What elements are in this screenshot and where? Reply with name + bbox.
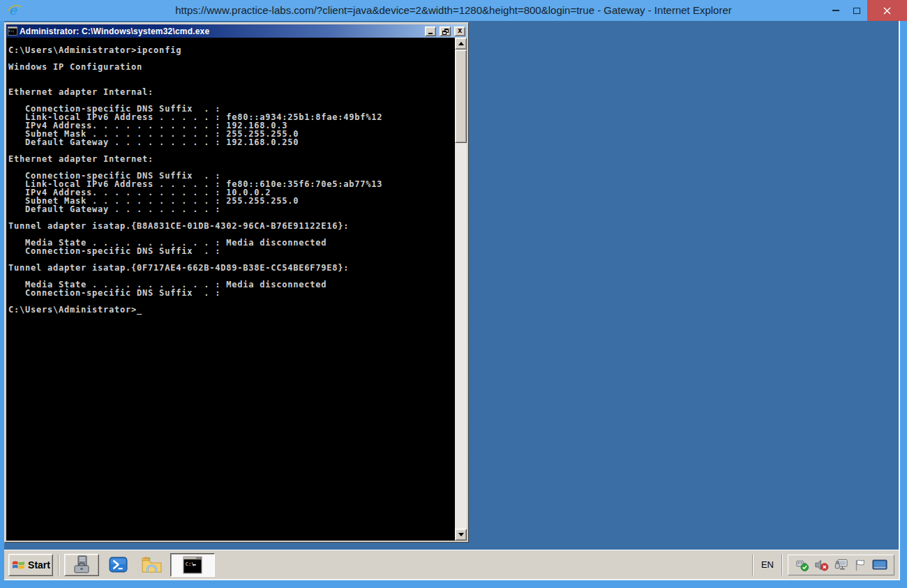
taskbar-separator <box>752 555 754 575</box>
start-button[interactable]: Start <box>8 554 53 576</box>
arrow-down-icon <box>458 533 464 536</box>
scrollbar-thumb[interactable] <box>455 50 467 143</box>
cmd-restore-button[interactable] <box>440 27 451 36</box>
system-tray <box>788 555 894 575</box>
arrow-up-icon <box>458 42 464 45</box>
close-button[interactable] <box>867 0 907 21</box>
command-prompt-icon: C:\ <box>8 27 17 36</box>
display-icon[interactable] <box>872 559 887 571</box>
powershell-icon <box>109 556 128 573</box>
maximize-button[interactable] <box>846 0 867 21</box>
cmd-window-title: Administrator: C:\Windows\system32\cmd.e… <box>20 27 421 36</box>
windows-flag-icon <box>11 558 26 571</box>
cmd-client-area: C:\Users\Administrator>ipconfig Windows … <box>6 38 467 541</box>
start-button-label: Start <box>28 559 50 571</box>
browser-titlebar: e https://www.practice-labs.com/?client=… <box>0 0 907 21</box>
server-manager-launcher[interactable] <box>64 554 99 576</box>
terminal-output[interactable]: C:\Users\Administrator>ipconfig Windows … <box>6 38 455 541</box>
scroll-up-button[interactable] <box>455 38 467 50</box>
scroll-down-button[interactable] <box>455 529 467 541</box>
taskbar-separator <box>58 555 59 575</box>
server-manager-icon <box>72 555 91 575</box>
volume-muted-icon[interactable] <box>814 558 829 572</box>
cmd-close-button[interactable]: x <box>454 27 465 36</box>
safely-remove-hardware-icon[interactable] <box>795 558 809 572</box>
folder-explorer-icon <box>141 556 163 574</box>
taskbar: Start <box>4 550 899 579</box>
browser-window-controls <box>825 0 907 21</box>
cmd-minimize-button[interactable] <box>425 27 436 36</box>
cmd-titlebar[interactable]: C:\ Administrator: C:\Windows\system32\c… <box>6 24 467 38</box>
command-prompt-icon: C:\ <box>183 556 202 574</box>
svg-text:C:\: C:\ <box>186 561 195 566</box>
browser-title: https://www.practice-labs.com/?client=ja… <box>0 0 907 21</box>
cmd-task-button[interactable]: C:\ <box>170 553 215 577</box>
remote-desktop[interactable]: C:\ Administrator: C:\Windows\system32\c… <box>4 21 900 580</box>
cmd-scrollbar[interactable] <box>455 38 467 541</box>
language-indicator[interactable]: EN <box>758 559 777 570</box>
svg-text:C:\: C:\ <box>9 29 15 33</box>
file-explorer-launcher[interactable] <box>137 554 166 576</box>
powershell-launcher[interactable] <box>103 554 133 576</box>
flag-icon[interactable] <box>853 558 867 572</box>
taskbar-separator <box>781 555 783 575</box>
cmd-window: C:\ Administrator: C:\Windows\system32\c… <box>4 22 469 543</box>
minimize-button[interactable] <box>825 0 846 21</box>
network-status-icon[interactable] <box>834 558 848 572</box>
ie-browser-window: e https://www.practice-labs.com/?client=… <box>0 0 907 588</box>
close-icon <box>883 7 891 15</box>
